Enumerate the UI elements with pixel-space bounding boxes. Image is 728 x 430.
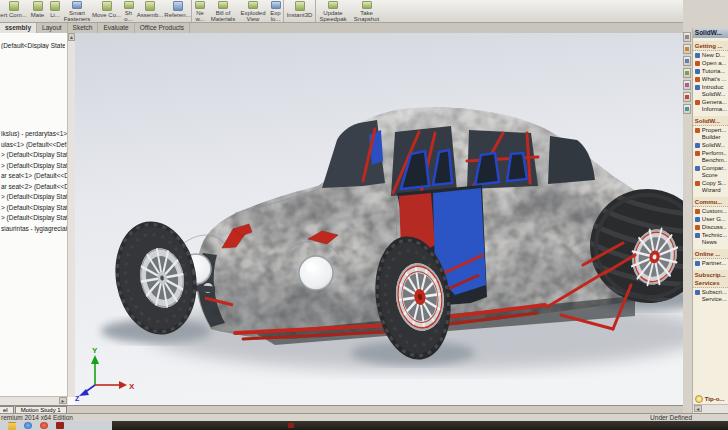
discussion-icon: [695, 225, 700, 230]
task-pane-item-partner-solutions[interactable]: Partner...: [693, 259, 728, 267]
task-pane-tab-file-explorer[interactable]: [683, 68, 691, 78]
toolbar-button-new-motion-study[interactable]: New...: [192, 0, 208, 22]
tree-item[interactable]: > (Default<Display State-1: [1, 150, 67, 161]
task-pane-scrollbar[interactable]: ◄: [693, 404, 728, 413]
taskbar-folder-icon[interactable]: [8, 422, 16, 430]
taskbar-wallpaper-accent: [288, 423, 294, 428]
task-pane-item-solidworks[interactable]: SolidW...: [693, 141, 728, 149]
toolbar-button-bill-of-materials[interactable]: Bill ofMaterials: [208, 0, 238, 22]
toolbar-button-exploded-view[interactable]: ExplodedView: [238, 0, 268, 22]
task-pane-tab-custom-properties[interactable]: [683, 104, 691, 114]
toolbar-button-reference-geometry[interactable]: Referen...: [164, 0, 192, 22]
toolbar-button-update-speedpak[interactable]: UpdateSpeedpak: [316, 0, 350, 22]
new-motion-study-icon: [195, 1, 205, 9]
item-label: Open a...: [702, 60, 727, 67]
item-label: Copy S... Wizard: [702, 180, 727, 194]
item-label: Partner...: [702, 260, 726, 267]
section-community: Commu...: [693, 197, 728, 207]
toolbar-label: ert Com...: [0, 12, 26, 18]
take-snapshot-icon: [362, 1, 372, 9]
task-pane-tab-solidworks-resources[interactable]: [683, 44, 691, 54]
tree-item[interactable]: ulas<1> (Default<<Defaul: [1, 140, 67, 151]
tree-item[interactable]: siaurintas - lygiagreciai<1: [1, 224, 67, 235]
task-pane-item-property-builder[interactable]: Propert... Builder: [693, 126, 728, 141]
tree-item[interactable]: > (Default<Display State-1: [1, 203, 67, 214]
featuremanager-tree-panel: (Default<Display State-1> ikslus) - perd…: [0, 33, 76, 405]
toolbar-button-assembly-features[interactable]: Assemb...: [136, 0, 164, 22]
task-pane-item-user-groups[interactable]: User G...: [693, 215, 728, 223]
portal-icon: [695, 209, 700, 214]
task-pane-item-open-document[interactable]: Open a...: [693, 59, 728, 67]
task-pane-title: SolidW...: [693, 28, 728, 38]
tip-of-the-day[interactable]: Tip-o...: [693, 395, 728, 403]
toolbar-button-show-hidden[interactable]: Sho...: [121, 0, 136, 22]
scroll-left-icon[interactable]: ◄: [694, 405, 702, 412]
reference-geometry-icon: [173, 1, 183, 11]
update-speedpak-icon: [328, 1, 338, 9]
task-pane-item-new-document[interactable]: New D...: [693, 51, 728, 59]
tree-item[interactable]: ikslus) - perdarytas<1> (D: [1, 129, 67, 140]
toolbar-button-smart-fasteners[interactable]: SmartFasteners: [62, 0, 92, 22]
taskbar-app-darkred-icon[interactable]: [56, 422, 64, 429]
triad-x-label: X: [129, 382, 135, 391]
tree-item[interactable]: > (Default<Display State-1: [1, 192, 67, 203]
task-pane-item-subscription-services[interactable]: Subscri... Service...: [693, 288, 728, 303]
collapse-icon: [685, 35, 689, 39]
property-builder-icon: [695, 128, 700, 133]
scroll-right-icon[interactable]: ►: [59, 397, 67, 404]
task-pane-tab-design-library[interactable]: [683, 56, 691, 66]
item-label: Subscri... Service...: [702, 289, 727, 303]
item-label: New D...: [702, 52, 725, 59]
task-pane-tab-view-palette[interactable]: [683, 80, 691, 90]
insert-components-icon: [9, 1, 19, 11]
partner-icon: [695, 261, 700, 266]
task-pane-item-copy-settings-wizard[interactable]: Copy S... Wizard: [693, 179, 728, 194]
tree-item[interactable]: > (Default<Display State-1: [1, 161, 67, 172]
taskbar-app-blue-icon[interactable]: [24, 422, 32, 429]
tree-horizontal-scrollbar[interactable]: ►: [0, 396, 68, 405]
task-pane-item-customer-portal[interactable]: Custom...: [693, 207, 728, 215]
item-label: Technic... News: [702, 232, 727, 246]
task-pane-item-technical-news[interactable]: Technic... News: [693, 231, 728, 246]
toolbar-button-take-snapshot[interactable]: TakeSnapshot: [350, 0, 383, 22]
toolbar-button-insert-components[interactable]: ert Com...: [0, 0, 27, 22]
command-toolbar: ert Com... Mate Li... SmartFasteners Mov…: [0, 0, 683, 22]
task-pane-item-whats-new[interactable]: What's ...: [693, 75, 728, 83]
task-pane-item-tutorials[interactable]: Tutoria...: [693, 67, 728, 75]
item-label: Propert... Builder: [702, 127, 727, 141]
task-pane-item-general-info[interactable]: Genera... Informa...: [693, 98, 728, 113]
task-pane-item-performance-benchmark[interactable]: Perform... Benchm...: [693, 149, 728, 164]
properties-icon: [685, 107, 689, 111]
viewport-canvas[interactable]: Y X Z: [75, 33, 690, 405]
toolbar-button-instant3d[interactable]: Instant3D: [284, 0, 316, 22]
task-pane-tab-appearances[interactable]: [683, 92, 691, 102]
scroll-up-icon[interactable]: ▲: [68, 33, 75, 41]
task-pane-item-introducing[interactable]: Introduc SolidW...: [693, 83, 728, 98]
user-groups-icon: [695, 217, 700, 222]
item-label: Custom...: [702, 208, 727, 215]
section-solidworks-tools: SolidW...: [693, 116, 728, 126]
task-pane-item-compare-score[interactable]: Compar... Score: [693, 164, 728, 179]
tree-item[interactable]: > (Default<Display State-1: [1, 213, 67, 224]
tree-item[interactable]: ar seat<1> (Default<<Defa: [1, 171, 67, 182]
toolbar-button-explode-line-sketch[interactable]: Explo...: [268, 0, 284, 22]
tree-vertical-scrollbar[interactable]: ▲: [67, 33, 75, 397]
appearance-icon: [685, 95, 689, 99]
item-label: Introduc SolidW...: [702, 84, 727, 98]
introducing-icon: [695, 85, 700, 90]
news-icon: [695, 233, 700, 238]
compare-icon: [695, 166, 700, 171]
toolbar-button-linear-pattern[interactable]: Li...: [48, 0, 62, 22]
graphics-area[interactable]: Y X Z: [75, 33, 690, 405]
taskbar-app-red-icon[interactable]: [40, 422, 48, 429]
toolbar-button-mate[interactable]: Mate: [27, 0, 48, 22]
tree-item-list: ikslus) - perdarytas<1> (D ulas<1> (Defa…: [1, 129, 67, 234]
tree-item[interactable]: ar seat<2> (Default<<Defa: [1, 182, 67, 193]
toolbar-button-move-component[interactable]: Move Co...: [92, 0, 121, 22]
tree-root-node[interactable]: (Default<Display State-1>: [1, 42, 65, 49]
open-document-icon: [695, 61, 700, 66]
toolbar-label: Li...: [50, 12, 60, 18]
books-icon: [685, 59, 689, 63]
task-pane-item-discussion[interactable]: Discuss...: [693, 223, 728, 231]
task-pane-collapse-button[interactable]: [683, 32, 691, 42]
